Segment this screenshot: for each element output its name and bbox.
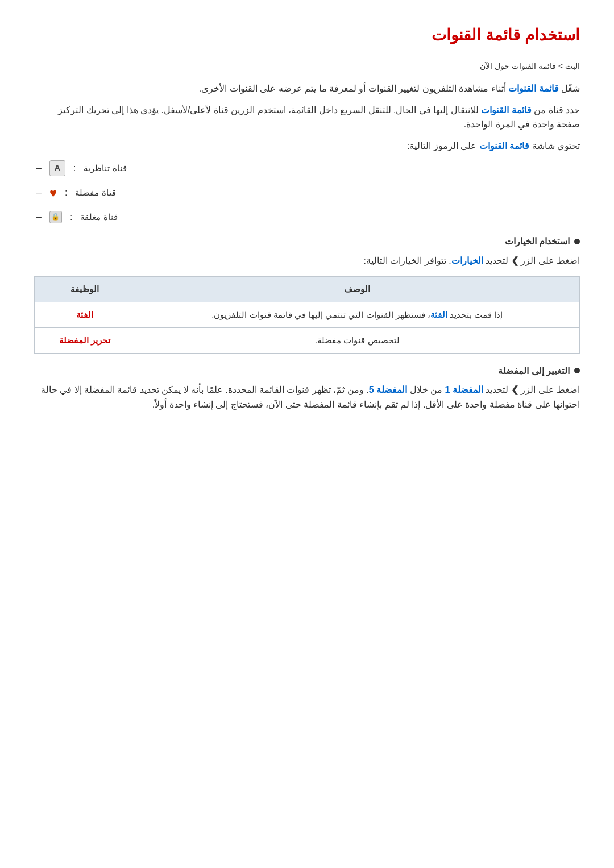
dash-1: : (73, 161, 76, 176)
use-options-header: استخدام الخيارات (34, 234, 580, 249)
breadcrumb-current[interactable]: قائمة القنوات (512, 61, 556, 70)
table-cell-desc-2: لتخصيص قنوات مفضلة. (135, 327, 579, 353)
breadcrumb-home[interactable]: البث (565, 61, 580, 70)
options-table: الوصف الوظيفة إذا قمت بتحديد الفئة، فستظ… (34, 276, 580, 354)
change-to-fav-header: التغيير إلى المفضلة (34, 364, 580, 379)
symbol-icon-a: A (49, 160, 65, 176)
use-options-intro: اضغط على الزر ❯ لتحديد الخيارات. تتوافر … (34, 254, 580, 268)
fav5-bold[interactable]: المفضلة 5 (369, 385, 407, 394)
symbol-item-1: قناة تناظرية : A – (34, 160, 534, 176)
symbol-icon-lock: 🔒 (49, 211, 62, 223)
breadcrumb-separator: > (556, 61, 563, 70)
dash-2: : (65, 185, 67, 200)
bullet-dot-2 (574, 368, 580, 373)
breadcrumb: البث > قائمة القنوات حول الآن (34, 60, 580, 72)
table-row-1: إذا قمت بتحديد الفئة، فستظهر القنوات الت… (35, 302, 580, 327)
intro-para2-pre: حدد قناة من (532, 105, 580, 115)
symbol-item-2: قناة مفضلة : ♥ – (34, 183, 534, 203)
dash-3: : (70, 210, 72, 225)
table-header-func: الوظيفة (35, 276, 135, 302)
symbol-icon-heart: ♥ (49, 183, 57, 203)
table-bold-1[interactable]: الفئة (430, 310, 447, 319)
chevron-icon-2: ❯ (511, 385, 518, 394)
chevron-icon-1: ❯ (511, 256, 518, 265)
table-row-2: لتخصيص قنوات مفضلة. تحرير المفضلة (35, 327, 580, 353)
symbols-list: قناة تناظرية : A – قناة مفضلة : ♥ – قناة… (34, 160, 580, 225)
intro-para2: حدد قناة من قائمة القنوات للانتقال إليها… (34, 103, 580, 132)
symbol-label-2: قناة مفضلة (75, 186, 115, 200)
table-cell-func-1: الفئة (35, 302, 135, 327)
symbol-label-3: قناة مغلقة (80, 210, 117, 224)
bullet-dot-1 (574, 239, 580, 244)
change-to-fav-section: التغيير إلى المفضلة اضغط على الزر ❯ لتحد… (34, 364, 580, 412)
use-options-title: استخدام الخيارات (505, 234, 570, 249)
symbol-label-1: قناة تناظرية (84, 161, 126, 175)
table-header-desc: الوصف (135, 276, 579, 302)
intro-bold1[interactable]: قائمة القنوات (508, 84, 558, 93)
change-to-fav-para: اضغط على الزر ❯ لتحديد المفضلة 1 من خلال… (34, 383, 580, 412)
table-cell-desc-1: إذا قمت بتحديد الفئة، فستظهر القنوات الت… (135, 302, 579, 327)
intro-para1: شغّل قائمة القنوات أثناء مشاهدة التلفزيو… (34, 81, 580, 96)
intro-label1: شغّل (559, 84, 580, 93)
fav1-bold[interactable]: المفضلة 1 (445, 385, 483, 394)
table-cell-func-2: تحرير المفضلة (35, 327, 135, 353)
use-options-section: استخدام الخيارات اضغط على الزر ❯ لتحديد … (34, 234, 580, 353)
intro-label1-rest: أثناء مشاهدة التلفزيون لتغيير القنوات أو… (199, 84, 508, 93)
symbols-intro-bold[interactable]: قائمة القنوات (479, 141, 529, 151)
page-title: استخدام قائمة القنوات (34, 23, 580, 48)
breadcrumb-suffix: حول الآن (480, 61, 509, 70)
options-bold[interactable]: الخيارات (451, 256, 483, 265)
intro-section: شغّل قائمة القنوات أثناء مشاهدة التلفزيو… (34, 81, 580, 224)
intro-para2-bold[interactable]: قائمة القنوات (481, 105, 531, 115)
symbol-item-3: قناة مغلقة : 🔒 – (34, 210, 534, 225)
symbols-intro: تحتوي شاشة قائمة القنوات على الرموز التا… (34, 139, 580, 153)
change-to-fav-title: التغيير إلى المفضلة (498, 364, 570, 379)
